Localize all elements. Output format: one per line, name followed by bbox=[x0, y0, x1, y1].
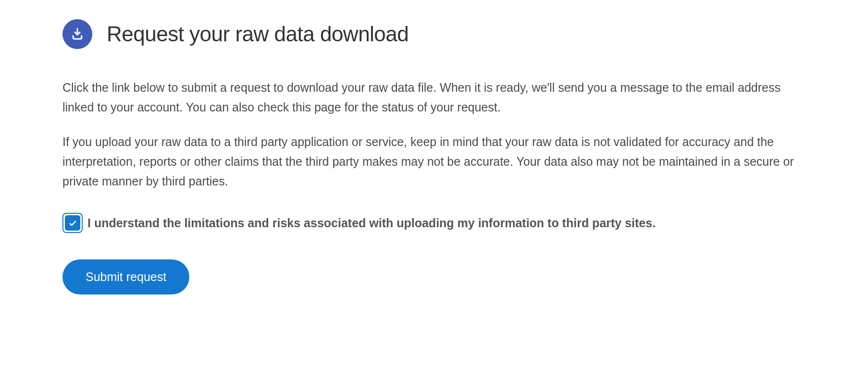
consent-label[interactable]: I understand the limitations and risks a… bbox=[87, 215, 656, 232]
download-icon bbox=[62, 19, 92, 49]
page-header: Request your raw data download bbox=[62, 19, 806, 49]
submit-request-button[interactable]: Submit request bbox=[62, 259, 189, 294]
consent-checkbox[interactable] bbox=[62, 213, 83, 233]
page-title: Request your raw data download bbox=[107, 22, 409, 46]
description-paragraph-2: If you upload your raw data to a third p… bbox=[62, 132, 806, 192]
consent-row: I understand the limitations and risks a… bbox=[62, 213, 806, 233]
checkmark-icon bbox=[68, 218, 77, 228]
description-paragraph-1: Click the link below to submit a request… bbox=[62, 78, 806, 118]
